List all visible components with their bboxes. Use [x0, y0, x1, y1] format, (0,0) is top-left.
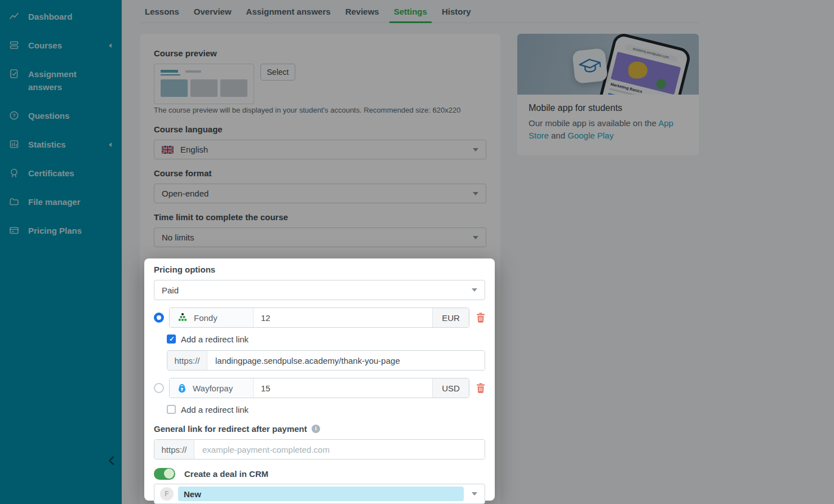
trash-icon [476, 383, 485, 393]
sidebar-item-label: Statistics [28, 138, 100, 151]
tab-reviews[interactable]: Reviews [341, 0, 384, 23]
pipeline-avatar: F [160, 487, 174, 501]
course-language-value: English [180, 145, 473, 154]
wayforpay-redirect-checkbox[interactable] [167, 405, 176, 414]
certificate-icon [9, 168, 19, 178]
svg-text:?: ? [12, 113, 16, 118]
payment-method-row-fondy: Fondy EUR [154, 307, 485, 328]
statistics-icon [9, 139, 19, 149]
sidebar-item-label: Courses [28, 39, 100, 52]
wayforpay-redirect-row: Add a redirect link [167, 404, 485, 414]
fondy-redirect-url-input[interactable] [207, 351, 485, 370]
wayforpay-logo-icon [177, 383, 187, 393]
sidebar-item-questions[interactable]: ? Questions [0, 101, 122, 130]
time-limit-value: No limits [162, 233, 473, 242]
course-format-label: Course format [154, 168, 486, 178]
course-preview-thumbnail [154, 64, 254, 104]
general-redirect-label: General link for redirect after payment [154, 424, 307, 434]
sidebar-item-label: Pricing Plans [28, 224, 103, 237]
sidebar-item-courses[interactable]: Courses [0, 31, 122, 60]
fondy-logo-icon [177, 313, 188, 323]
trash-icon [476, 313, 485, 323]
fondy-redirect-row: Add a redirect link [167, 334, 485, 344]
pricing-card-icon [9, 225, 19, 235]
tab-overview[interactable]: Overview [189, 0, 236, 23]
chevron-down-icon [473, 236, 478, 239]
wayforpay-radio[interactable] [154, 383, 164, 393]
payment-method-name: Fondy [194, 313, 218, 323]
general-redirect-url-field: https:// [154, 439, 485, 460]
redirect-checkbox-label: Add a redirect link [181, 405, 249, 414]
uk-flag-icon [162, 146, 174, 154]
fondy-price-group: Fondy EUR [169, 307, 469, 328]
graduation-cap-icon [572, 48, 608, 84]
wayforpay-price-group: Wayforpay USD [169, 378, 469, 398]
wayforpay-method[interactable]: Wayforpay [170, 378, 254, 398]
wayforpay-price-input[interactable] [254, 383, 432, 393]
tab-assignment-answers[interactable]: Assignment answers [242, 0, 335, 23]
tab-settings[interactable]: Settings [389, 0, 432, 23]
payment-method-name: Wayforpay [193, 383, 233, 393]
delete-fondy-button[interactable] [476, 313, 485, 323]
url-prefix: https:// [154, 440, 194, 459]
pricing-options-panel: Pricing options Paid Fondy EUR Add a red… [144, 258, 495, 501]
course-format-value: Open-ended [162, 189, 473, 198]
google-play-link[interactable]: Google Play [567, 131, 614, 140]
sidebar: Dashboard Courses Assignment answers ? Q… [0, 0, 122, 504]
mobile-card-title: Mobile app for students [529, 103, 687, 113]
sidebar-nav: Dashboard Courses Assignment answers ? Q… [0, 0, 122, 245]
course-preview-helper-text: The course preview will be displayed in … [154, 106, 486, 114]
delete-wayforpay-button[interactable] [476, 383, 485, 393]
mobile-app-illustration: academy.sendpulse.com Marketing Basics [517, 34, 699, 95]
pricing-type-select[interactable]: Paid [154, 280, 485, 300]
fondy-redirect-url-field: https:// [167, 350, 485, 371]
sidebar-item-certificates[interactable]: Certificates [0, 159, 122, 188]
crm-deal-toggle[interactable] [154, 468, 175, 480]
crm-stage-value: New [178, 487, 464, 501]
assignment-icon [9, 69, 19, 79]
chevron-down-icon [472, 492, 477, 496]
payment-method-row-wayforpay: Wayforpay USD [154, 378, 485, 398]
course-language-label: Course language [154, 124, 486, 134]
sidebar-item-label: File manager [28, 195, 103, 208]
fondy-redirect-checkbox[interactable] [167, 334, 176, 344]
wayforpay-currency[interactable]: USD [432, 378, 469, 398]
crm-deal-label: Create a deal in CRM [184, 469, 268, 479]
info-icon[interactable] [312, 425, 320, 433]
sidebar-item-assignment-answers[interactable]: Assignment answers [0, 60, 122, 101]
sidebar-item-statistics[interactable]: Statistics [0, 130, 122, 159]
mobile-card-text: Our mobile app is available on the App S… [529, 117, 687, 142]
chart-line-icon [9, 11, 19, 21]
tab-history[interactable]: History [437, 0, 476, 23]
sidebar-item-dashboard[interactable]: Dashboard [0, 2, 122, 31]
url-prefix: https:// [167, 351, 207, 370]
folder-icon [9, 197, 19, 207]
chevron-down-icon [473, 148, 478, 151]
crm-pipeline-select[interactable]: F New [154, 484, 485, 504]
courses-icon [9, 40, 19, 50]
sidebar-collapse-button[interactable] [106, 454, 119, 469]
tab-lessons[interactable]: Lessons [140, 0, 184, 23]
course-tabs: Lessons Overview Assignment answers Revi… [140, 0, 699, 23]
sidebar-item-label: Dashboard [28, 10, 103, 23]
select-preview-button[interactable]: Select [260, 64, 295, 81]
course-preview-label: Course preview [154, 48, 486, 58]
chevron-left-icon [109, 142, 112, 147]
course-language-select[interactable]: English [154, 140, 486, 159]
chevron-down-icon [472, 288, 477, 292]
mobile-app-card: academy.sendpulse.com Marketing Basics M… [517, 34, 699, 155]
fondy-method[interactable]: Fondy [170, 308, 254, 327]
time-limit-label: Time limit to complete the course [154, 212, 486, 222]
chevron-left-icon [109, 43, 112, 48]
sidebar-item-pricing-plans[interactable]: Pricing Plans [0, 216, 122, 245]
course-format-select[interactable]: Open-ended [154, 184, 486, 203]
question-icon: ? [9, 110, 19, 121]
time-limit-select[interactable]: No limits [154, 228, 486, 247]
sidebar-item-label: Assignment answers [28, 68, 103, 93]
fondy-currency[interactable]: EUR [432, 308, 469, 327]
fondy-radio[interactable] [154, 313, 164, 323]
sidebar-item-file-manager[interactable]: File manager [0, 188, 122, 216]
fondy-price-input[interactable] [254, 313, 432, 323]
general-redirect-url-input[interactable] [194, 440, 485, 459]
sidebar-item-label: Questions [28, 109, 103, 122]
